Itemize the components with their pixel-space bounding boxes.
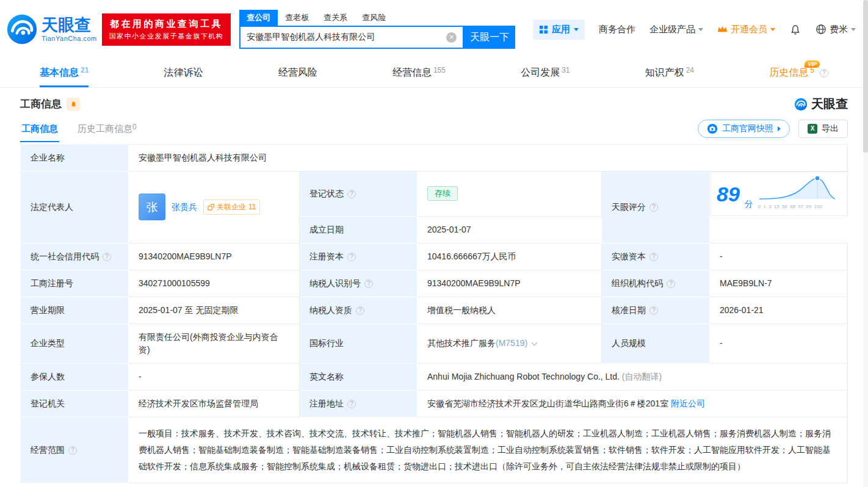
help-icon[interactable] (356, 306, 364, 315)
clear-icon[interactable] (446, 32, 457, 43)
header-menu: 应用 商务合作 企业级产品 开通会员 费米 (533, 20, 856, 40)
tab-company-development-label: 公司发展 (521, 67, 560, 79)
tab-operating-risk[interactable]: 经营风险 (278, 59, 317, 87)
help-icon[interactable] (820, 69, 828, 78)
promo-line2: 国家中小企业发展子基金旗下机构 (109, 32, 224, 41)
tab-legal-proceedings-label: 法律诉讼 (164, 67, 203, 79)
export-button[interactable]: 导出 (798, 120, 848, 138)
field-approval-label: 核准日期 (602, 297, 710, 323)
vertical-scrollbar[interactable] (863, 0, 868, 487)
industry-text: 其他技术推广服务 (427, 338, 496, 348)
tianyancha-logo-icon (794, 98, 808, 111)
enterprise-products-menu[interactable]: 企业级产品 (649, 24, 703, 35)
crown-icon (717, 25, 728, 34)
tab-count: 0 (132, 123, 137, 131)
help-icon[interactable] (649, 203, 658, 212)
tab-history-info[interactable]: VIP 历史信息 5 (769, 59, 828, 87)
field-credit-code-label: 统一社会信用代码 (21, 243, 129, 270)
subscribe-bell-button[interactable] (67, 98, 80, 111)
field-org-code-label: 组织机构代码 (602, 270, 710, 297)
field-reg-capital-value: 10416.666667万人民币 (418, 243, 602, 270)
related-companies-tag[interactable]: 关联企业 11 (203, 200, 260, 215)
table-row: 经营范围 一般项目：技术服务、技术开发、技术咨询、技术交流、技术转让、技术推广；… (21, 417, 848, 483)
tab-history-info-label: 历史信息 (769, 67, 808, 79)
avatar[interactable]: 张 (139, 193, 165, 220)
legal-rep-link[interactable]: 张贵兵 (172, 201, 197, 214)
help-icon[interactable] (68, 446, 77, 455)
help-icon[interactable] (347, 190, 356, 198)
industry-code: (M7519) (496, 338, 527, 348)
company-search-input[interactable] (241, 32, 446, 42)
search-box (239, 26, 464, 49)
field-paid-capital-label: 实缴资本 (602, 243, 710, 270)
help-icon[interactable] (347, 400, 356, 408)
tab-history-business-info[interactable]: 历史工商信息0 (76, 115, 138, 142)
open-vip-button[interactable]: 开通会员 (717, 24, 775, 35)
arrow-right-icon (778, 126, 781, 131)
tab-intellectual-property-label: 知识产权 (645, 67, 684, 79)
help-icon[interactable] (649, 306, 658, 315)
field-reg-status-label: 登记状态 (300, 171, 418, 217)
table-row: 统一社会信用代码 91340200MAE9B9LN7P 注册资本 10416.6… (21, 243, 848, 270)
chevron-down-icon[interactable] (532, 340, 538, 346)
field-scope-value: 一般项目：技术服务、技术开发、技术咨询、技术交流、技术转让、技术推广；智能机器人… (129, 417, 848, 483)
tab-count: 31 (562, 66, 570, 74)
search-button[interactable]: 天眼一下 (464, 26, 515, 49)
status-badge: 存续 (427, 186, 458, 201)
tab-operating-risk-label: 经营风险 (278, 67, 317, 79)
auto-translate-note: (自动翻译) (622, 372, 662, 381)
field-address-label: 注册地址 (300, 390, 418, 417)
field-reg-no-value: 340271000105599 (129, 270, 300, 297)
notifications-button[interactable] (789, 23, 801, 35)
section-title: 工商信息 (20, 97, 62, 111)
official-snapshot-label: 工商官网快照 (722, 123, 773, 134)
field-tax-id-label: 纳税人识别号 (300, 270, 418, 297)
excel-icon (808, 124, 817, 134)
help-icon[interactable] (347, 253, 356, 261)
official-snapshot-button[interactable]: 工商官网快照 (698, 120, 790, 138)
logo-subtitle: TianYanCha.com (42, 35, 97, 42)
tab-intellectual-property[interactable]: 知识产权 24 (645, 59, 694, 87)
field-term-label: 营业期限 (21, 297, 129, 323)
field-reg-status-value: 存续 (418, 171, 602, 217)
tab-legal-proceedings[interactable]: 法律诉讼 (164, 59, 203, 87)
tianyancha-logo[interactable]: 天眼查 TianYanCha.com (6, 13, 97, 45)
section-header: 工商信息 天眼查 (0, 88, 868, 115)
tab-basic-info[interactable]: 基本信息 21 (40, 59, 89, 87)
field-tax-quality-value: 增值税一般纳税人 (418, 297, 602, 323)
field-established-value: 2025-01-07 (418, 216, 602, 243)
scrollbar-thumb[interactable] (863, 0, 868, 153)
tab-company-development[interactable]: 公司发展 31 (521, 59, 570, 87)
apps-menu-button[interactable]: 应用 (533, 20, 585, 40)
related-companies-label: 关联企业 (217, 201, 246, 214)
user-menu[interactable]: 费米 (816, 24, 856, 35)
tab-operating-info[interactable]: 经营信息 155 (392, 59, 446, 87)
business-cooperation-label: 商务合作 (599, 24, 635, 35)
search-area: 查公司 查老板 查关系 查风险 天眼一下 (239, 10, 515, 49)
help-icon[interactable] (103, 253, 111, 261)
field-score-label: 天眼评分 (602, 171, 710, 244)
search-tab-company[interactable]: 查公司 (239, 10, 278, 26)
nearby-companies-link[interactable]: 附近公司 (671, 399, 705, 408)
table-row: 企业名称 安徽墨甲智创机器人科技有限公司 (21, 145, 848, 171)
search-tab-relation[interactable]: 查关系 (316, 10, 355, 26)
apps-menu-label: 应用 (552, 24, 570, 35)
help-icon[interactable] (667, 280, 675, 288)
business-cooperation-link[interactable]: 商务合作 (599, 24, 635, 35)
search-tab-boss[interactable]: 查老板 (278, 10, 316, 26)
help-icon[interactable] (649, 253, 658, 261)
tianyancha-logo-icon (6, 13, 38, 45)
chevron-down-icon (851, 28, 856, 31)
tab-operating-info-label: 经营信息 (392, 67, 432, 79)
address-text: 安徽省芜湖市经济技术开发区龙山街道华山路商业街6＃楼201室 (427, 399, 668, 408)
tab-history-business-info-label: 历史工商信息 (78, 123, 132, 134)
field-english-name-label: 英文名称 (300, 363, 418, 390)
search-tab-risk[interactable]: 查风险 (355, 10, 393, 26)
header: 天眼查 TianYanCha.com 都在用的商业查询工具 国家中小企业发展子基… (0, 0, 868, 59)
link-icon (208, 204, 214, 211)
score-curve-chart[interactable]: 0 1 3 15 50 85 97 99 100 (758, 175, 836, 213)
tab-business-info[interactable]: 工商信息 (20, 116, 59, 142)
help-icon[interactable] (364, 280, 373, 288)
related-companies-count: 11 (248, 201, 256, 214)
field-scope-label: 经营范围 (21, 417, 129, 483)
